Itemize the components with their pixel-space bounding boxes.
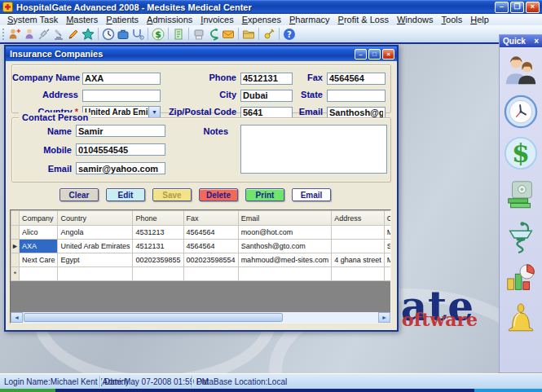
notes-input[interactable] [240, 125, 387, 174]
email-button[interactable]: Email [292, 188, 331, 201]
menu-item-help[interactable]: Help [466, 15, 493, 24]
add-patient-icon[interactable] [7, 27, 22, 42]
stethoscope-icon[interactable] [130, 27, 145, 42]
contact-email-input[interactable] [76, 162, 165, 174]
dialog-minimize-button[interactable]: – [355, 49, 367, 59]
new-row[interactable]: * [11, 267, 392, 281]
dialog-close-button[interactable]: × [382, 49, 394, 59]
save-button[interactable]: Save [152, 188, 192, 201]
menu-item-system-task[interactable]: System Task [3, 15, 62, 24]
bell-icon[interactable] [504, 302, 538, 337]
row-selector[interactable] [11, 226, 20, 240]
case-icon[interactable] [116, 27, 130, 42]
archive-icon[interactable] [241, 27, 256, 42]
fax-input[interactable] [327, 73, 386, 85]
delete-button[interactable]: Delete [199, 188, 238, 201]
column-header-email[interactable]: Email [238, 211, 332, 226]
grid-cell[interactable] [238, 267, 332, 281]
row-selector[interactable] [11, 253, 20, 267]
column-header-fax[interactable]: Fax [183, 211, 238, 226]
grid-cell[interactable]: 00202359855 [133, 253, 183, 267]
address-input[interactable] [82, 90, 161, 102]
column-header-phone[interactable]: Phone [133, 211, 183, 226]
pharmacy-icon[interactable] [206, 27, 221, 42]
clear-button[interactable]: Clear [59, 188, 99, 201]
dialog-maximize-button[interactable]: □ [368, 49, 381, 59]
company-name-input[interactable] [82, 73, 161, 85]
grid-cell[interactable]: Samir [384, 240, 391, 253]
microscope-icon[interactable] [51, 27, 66, 42]
column-header-company[interactable]: Company [19, 211, 58, 226]
grid-cell[interactable]: Next Care [19, 253, 58, 267]
grid-cell[interactable]: 4531213 [133, 226, 183, 240]
new-row-selector[interactable]: * [11, 267, 20, 281]
patient-icon[interactable] [22, 27, 37, 42]
window-restore-button[interactable]: ❐ [510, 2, 524, 13]
table-row[interactable]: ►AXAUnited Arab Emirates45121314564564Sa… [11, 240, 392, 253]
settings-icon[interactable] [262, 27, 276, 42]
clock-icon[interactable] [101, 27, 116, 42]
window-close-button[interactable]: × [526, 2, 540, 13]
menu-item-windows[interactable]: Windows [393, 15, 438, 24]
chevron-down-icon[interactable]: ▼ [148, 107, 160, 117]
row-selector[interactable]: ► [11, 240, 20, 253]
menu-item-tools[interactable]: Tools [438, 15, 467, 24]
mail-icon[interactable] [221, 27, 236, 42]
grid-cell[interactable] [183, 267, 238, 281]
grid-cell[interactable] [19, 267, 58, 281]
scrollbar-thumb[interactable] [24, 313, 283, 322]
edit-button[interactable]: Edit [106, 188, 145, 201]
deposit-icon[interactable] [504, 178, 538, 212]
grid-cell[interactable]: Angola [58, 226, 133, 240]
table-row[interactable]: AlicoAngola45312134564564moon@hot.comMon… [11, 226, 392, 240]
horizontal-scrollbar[interactable]: ◄ ► [11, 312, 390, 323]
grid-cell[interactable]: 002023598554 [183, 253, 238, 267]
column-header-country[interactable]: Country [58, 211, 133, 226]
help-icon[interactable]: ? [282, 27, 297, 42]
appointment-icon[interactable] [81, 27, 95, 42]
grid-cell[interactable] [133, 267, 183, 281]
grid-cell[interactable]: Egypt [58, 253, 133, 267]
contact-mobile-input[interactable] [76, 143, 165, 156]
column-header-address[interactable]: Address [332, 211, 385, 226]
report-icon[interactable] [192, 27, 206, 42]
menu-item-profit-loss[interactable]: Profit & Loss [334, 15, 393, 24]
grid-cell[interactable]: 4512131 [133, 240, 183, 253]
menu-item-invoices[interactable]: Invoices [196, 15, 237, 24]
column-header-contact-person[interactable]: Contact Person [384, 211, 391, 226]
menu-item-patients[interactable]: Patients [102, 15, 143, 24]
reports-icon[interactable] [504, 261, 538, 295]
grid-cell[interactable] [332, 226, 385, 240]
syringe-icon[interactable] [37, 27, 51, 42]
table-row[interactable]: Next CareEgypt00202359855002023598554mah… [11, 253, 392, 267]
print-button[interactable]: Print [245, 188, 284, 201]
contact-name-input[interactable] [76, 125, 165, 137]
grid-cell[interactable]: 4 ghana street [332, 253, 385, 267]
menu-item-pharmacy[interactable]: Pharmacy [285, 15, 334, 24]
pen-icon[interactable] [66, 27, 81, 42]
menu-item-expenses[interactable]: Expenses [238, 15, 285, 24]
grid-cell[interactable]: mahmoud@med-sites.com [238, 253, 332, 267]
grid-cell[interactable] [384, 267, 391, 281]
grid-cell[interactable]: Mahmoud Maher Emam [384, 253, 391, 267]
country-select[interactable]: United Arab Emirates ▼ [82, 106, 161, 118]
menu-item-admissions[interactable]: Admissions [143, 15, 196, 24]
grid-cell[interactable] [58, 267, 133, 281]
grid-cell[interactable]: Alico [19, 226, 58, 240]
grid-cell[interactable]: United Arab Emirates [58, 240, 133, 253]
note-icon[interactable] [171, 27, 186, 42]
grid-cell[interactable] [332, 240, 385, 253]
toolbar-grip[interactable] [2, 29, 5, 40]
grid-cell[interactable]: AXA [19, 240, 58, 253]
grid-cell[interactable]: Moner [384, 226, 391, 240]
clock-icon[interactable] [504, 95, 538, 129]
scroll-right-icon[interactable]: ► [378, 312, 390, 323]
grid-cell[interactable]: moon@hot.com [238, 226, 332, 240]
grid-cell[interactable]: Santhosh@gto.com [238, 240, 332, 253]
city-input[interactable] [240, 90, 293, 102]
cash-icon[interactable]: $ [504, 136, 538, 170]
scroll-left-icon[interactable]: ◄ [11, 312, 23, 323]
pharmacy-icon[interactable] [504, 219, 538, 253]
quick-panel-close-icon[interactable]: × [534, 37, 539, 46]
cash-icon[interactable]: $ [151, 27, 165, 42]
